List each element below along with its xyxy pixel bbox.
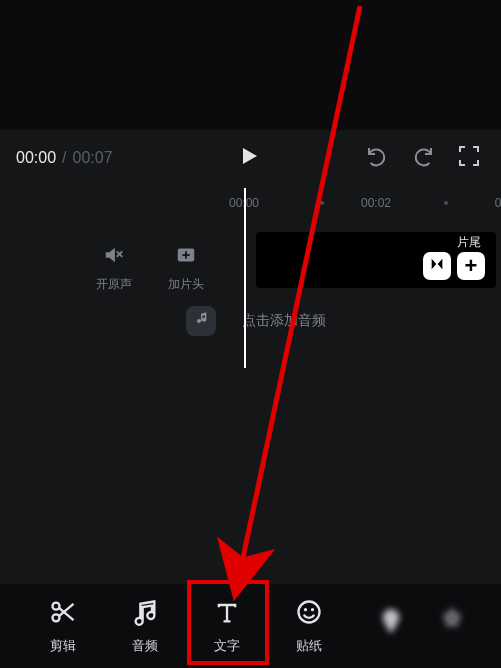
bottom-toolbar: 剪辑 音频 文字 贴纸 [0,584,501,668]
tool-text-label: 文字 [214,637,240,655]
tool-sticker[interactable]: 贴纸 [268,597,350,655]
time-current: 00:00 [16,149,56,167]
aspect-ratio-button[interactable] [457,144,485,172]
ruler-label-2: 0 [495,196,501,210]
speaker-muted-icon [103,244,125,270]
timeline-ruler[interactable]: 00:00 00:02 0 [0,196,501,216]
ruler-dot [444,201,448,205]
tool-edit-label: 剪辑 [50,637,76,655]
video-preview [0,0,501,130]
time-separator: / [62,149,66,167]
playhead[interactable] [244,188,246,368]
clip-end-label: 片尾 [457,234,481,251]
music-icon [130,597,160,627]
overlay-icon [376,606,406,636]
original-sound-toggle[interactable]: 开原声 [96,244,132,293]
svg-point-9 [299,602,320,623]
undo-icon [365,154,389,171]
sticker-face-icon [294,597,324,627]
add-clip-button[interactable]: + [457,252,485,280]
svg-point-11 [311,608,314,611]
ruler-label-1: 00:02 [361,196,391,210]
audio-track-icon-box[interactable] [186,306,216,336]
ruler-dot [320,201,324,205]
text-icon [212,597,242,627]
time-total: 00:07 [73,149,113,167]
tool-effect[interactable] [432,606,472,646]
add-intro-label: 加片头 [168,276,204,293]
tool-audio[interactable]: 音频 [104,597,186,655]
play-button[interactable] [236,144,264,172]
tool-edit[interactable]: 剪辑 [22,597,104,655]
add-intro-button[interactable]: 加片头 [168,244,204,293]
add-audio-hint[interactable]: 点击添加音频 [242,312,326,330]
scissors-icon [48,597,78,627]
playback-row: 00:00 / 00:07 [0,140,501,176]
effect-icon [437,606,467,636]
original-sound-label: 开原声 [96,276,132,293]
tool-text[interactable]: 文字 [186,597,268,655]
play-icon [236,154,260,171]
svg-rect-4 [182,254,189,256]
redo-button[interactable] [411,144,439,172]
tool-sticker-label: 贴纸 [296,637,322,655]
svg-point-10 [304,608,307,611]
clip-transition-button[interactable] [423,252,451,280]
transition-icon [429,256,445,276]
plus-badge-icon [175,244,197,270]
undo-button[interactable] [365,144,393,172]
tool-audio-label: 音频 [132,637,158,655]
music-note-icon [193,311,209,331]
aspect-ratio-icon [457,154,481,171]
tool-overlay[interactable] [350,606,432,646]
redo-icon [411,154,435,171]
